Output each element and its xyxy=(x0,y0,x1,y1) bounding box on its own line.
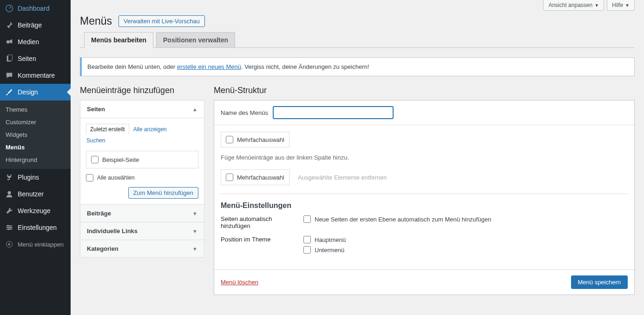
page-title: Menüs xyxy=(80,15,112,27)
pin-icon xyxy=(5,20,14,30)
nav-tabs: Menüs bearbeiten Positionen verwalten xyxy=(80,32,635,48)
sidebar-item-tools[interactable]: Werkzeuge xyxy=(0,202,71,219)
save-menu-button[interactable]: Menü speichern xyxy=(571,275,628,289)
sidebar-label: Beiträge xyxy=(18,21,42,29)
sidebar-label: Werkzeuge xyxy=(18,207,51,214)
notice-text-prefix: Bearbeite dein Menü unten, oder xyxy=(87,63,177,70)
sidebar-submenu-design: Themes Customizer Widgets Menüs Hintergr… xyxy=(0,101,71,169)
sidebar-item-settings[interactable]: Einstellungen xyxy=(0,219,71,236)
caret-up-icon: ▲ xyxy=(192,107,197,112)
sidebar-item-plugins[interactable]: Plugins xyxy=(0,169,71,186)
comment-icon xyxy=(5,71,14,80)
screen-options-button[interactable]: Ansicht anpassen▼ xyxy=(543,0,604,11)
sidebar-item-dashboard[interactable]: Dashboard xyxy=(0,0,71,17)
bulk-select-label: Mehrfachauswahl xyxy=(237,136,284,143)
accordion-custom-links: Individuelle Links ▼ xyxy=(80,222,204,240)
delete-menu-link[interactable]: Menü löschen xyxy=(221,279,258,286)
svg-rect-3 xyxy=(8,55,12,61)
position-label: Position im Theme xyxy=(221,236,290,256)
svg-point-10 xyxy=(8,228,10,230)
accordion-title: Kategorien xyxy=(87,245,118,252)
accordion-pages: Seiten ▲ Zuletzt erstellt Alle anzeigen … xyxy=(80,101,204,204)
page-header: Menüs Verwalten mit Live-Vorschau xyxy=(80,11,635,32)
sidebar-sub-menus[interactable]: Menüs xyxy=(0,141,71,154)
bulk-select-checkbox[interactable] xyxy=(226,174,233,181)
page-icon xyxy=(5,54,14,63)
caret-down-icon: ▼ xyxy=(625,3,630,8)
menu-name-row: Name des Menüs xyxy=(214,101,634,125)
menu-settings-heading: Menü-Einstellungen xyxy=(221,201,628,210)
svg-point-1 xyxy=(7,40,10,43)
sidebar-item-users[interactable]: Benutzer xyxy=(0,186,71,202)
menu-structure-heading: Menü-Struktur xyxy=(214,86,635,95)
sidebar-sub-background[interactable]: Hintergrund xyxy=(0,154,71,166)
sidebar-item-posts[interactable]: Beiträge xyxy=(0,17,71,34)
tab-all[interactable]: Alle anzeigen xyxy=(129,124,171,135)
position-main-text: Hauptmenü xyxy=(315,236,346,243)
page-item-label: Beispiel-Seite xyxy=(102,156,139,163)
accordion-posts-toggle[interactable]: Beiträge ▼ xyxy=(80,205,204,222)
tab-recent[interactable]: Zuletzt erstellt xyxy=(86,124,129,135)
svg-point-4 xyxy=(7,191,11,194)
help-button[interactable]: Hilfe▼ xyxy=(607,0,635,11)
sidebar-item-media[interactable]: Medien xyxy=(0,34,71,50)
auto-add-label: Seiten automatisch hinzufügen xyxy=(221,215,290,229)
select-all-label: Alle auswählen xyxy=(97,174,135,181)
sidebar-label: Design xyxy=(18,88,38,96)
collapse-icon xyxy=(5,240,14,249)
main-content: Ansicht anpassen▼ Hilfe▼ Menüs Verwalten… xyxy=(71,0,644,315)
menu-name-label: Name des Menüs xyxy=(221,109,268,116)
svg-point-8 xyxy=(7,225,9,227)
bulk-select-label: Mehrfachauswahl xyxy=(237,174,284,181)
info-notice: Bearbeite dein Menü unten, oder erstelle… xyxy=(80,57,635,76)
accordion-pages-toggle[interactable]: Seiten ▲ xyxy=(80,101,204,118)
sidebar-label: Medien xyxy=(18,38,39,46)
brush-icon xyxy=(5,87,14,97)
sidebar-sub-themes[interactable]: Themes xyxy=(0,103,71,116)
accordion-title: Seiten xyxy=(87,106,105,113)
create-new-menu-link[interactable]: erstelle ein neues Menü xyxy=(177,63,241,70)
menu-name-input[interactable] xyxy=(273,106,394,119)
live-preview-button[interactable]: Verwalten mit Live-Vorschau xyxy=(118,15,205,27)
accordion-custom-links-toggle[interactable]: Individuelle Links ▼ xyxy=(80,222,204,240)
tab-edit-menus[interactable]: Menüs bearbeiten xyxy=(84,32,153,48)
sidebar-sub-customizer[interactable]: Customizer xyxy=(0,116,71,128)
sidebar-item-comments[interactable]: Kommentare xyxy=(0,67,71,84)
sidebar-label: Dashboard xyxy=(18,5,50,12)
screen-meta: Ansicht anpassen▼ Hilfe▼ xyxy=(80,0,635,11)
select-all-checkbox[interactable] xyxy=(86,174,93,181)
sidebar-label: Plugins xyxy=(18,174,39,181)
sidebar-item-pages[interactable]: Seiten xyxy=(0,50,71,67)
add-items-accordion: Seiten ▲ Zuletzt erstellt Alle anzeigen … xyxy=(80,100,204,258)
page-checkbox[interactable] xyxy=(91,156,99,163)
position-sub-text: Untermenü xyxy=(315,247,344,254)
tab-manage-positions[interactable]: Positionen verwalten xyxy=(156,32,235,48)
page-item-row: Beispiel-Seite xyxy=(86,151,198,168)
tab-search[interactable]: Suchen xyxy=(86,135,198,146)
auto-add-checkbox[interactable] xyxy=(303,215,311,223)
menu-structure-box: Name des Menüs Mehrfachauswahl Füge Menü… xyxy=(214,100,635,295)
position-main-checkbox[interactable] xyxy=(303,236,311,243)
svg-point-9 xyxy=(10,227,12,228)
add-items-heading: Menüeinträge hinzufügen xyxy=(80,86,204,95)
svg-point-11 xyxy=(7,241,13,248)
accordion-categories-toggle[interactable]: Kategorien ▼ xyxy=(80,240,204,257)
auto-add-text: Neue Seiten der ersten Ebene automatisch… xyxy=(315,216,491,223)
caret-down-icon: ▼ xyxy=(192,228,197,234)
notice-text-suffix: . Vergiss nicht, deine Änderungen zu spe… xyxy=(241,63,369,70)
caret-down-icon: ▼ xyxy=(594,3,599,8)
sidebar-label: Benutzer xyxy=(18,190,44,198)
bulk-select-checkbox[interactable] xyxy=(226,136,233,143)
settings-icon xyxy=(5,223,14,232)
collapse-label: Menü einklappen xyxy=(18,241,64,248)
sidebar-sub-widgets[interactable]: Widgets xyxy=(0,128,71,141)
position-sub-checkbox[interactable] xyxy=(303,246,311,254)
accordion-categories: Kategorien ▼ xyxy=(80,240,204,257)
add-to-menu-button[interactable]: Zum Menü hinzufügen xyxy=(128,187,198,199)
sidebar-label: Kommentare xyxy=(18,72,55,79)
collapse-menu[interactable]: Menü einklappen xyxy=(0,236,71,253)
bulk-select-top: Mehrfachauswahl xyxy=(221,132,289,147)
plug-icon xyxy=(5,173,14,182)
sidebar-item-design[interactable]: Design xyxy=(0,84,71,101)
remove-selected-link[interactable]: Ausgewählte Elemente entfernen xyxy=(298,174,387,181)
